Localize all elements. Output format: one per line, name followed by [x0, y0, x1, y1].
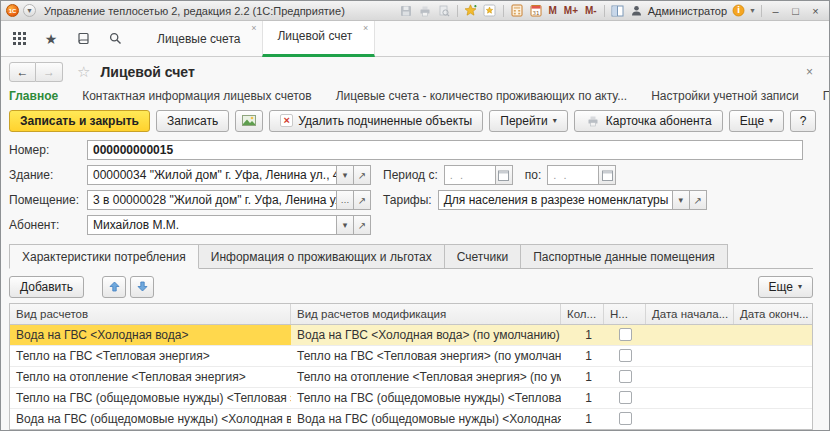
calendar-icon[interactable]: 31	[528, 3, 544, 18]
cell-date-end[interactable]	[734, 388, 812, 408]
number-input[interactable]: 000000000015	[87, 140, 803, 160]
close-tab-icon[interactable]: ×	[251, 24, 256, 33]
flag-checkbox[interactable]	[619, 412, 632, 425]
tariffs-open-icon[interactable]: ↗	[690, 190, 707, 210]
grid-more-button[interactable]: Еще▾	[758, 276, 813, 298]
room-open-icon[interactable]: ↗	[354, 190, 371, 210]
cell-mod[interactable]: Тепло на ГВС <Тепловая энергия> (по умол…	[291, 346, 561, 366]
table-row[interactable]: Вода на ГВС <Холодная вода> Вода на ГВС …	[10, 325, 812, 346]
help-button[interactable]: ?	[790, 110, 816, 132]
info-icon[interactable]: i	[730, 3, 746, 18]
period-to-input[interactable]: . .	[547, 165, 599, 185]
calculator-icon[interactable]	[509, 3, 525, 18]
cell-date-start[interactable]	[646, 325, 734, 345]
tariffs-input[interactable]: Для населения в разрезе номенклатуры	[438, 190, 673, 210]
tab-account[interactable]: Лицевой счет ×	[262, 21, 375, 57]
cell-mod[interactable]: Тепло на отопление <Тепловая энергия> (п…	[291, 367, 561, 387]
nav-link-account-settings[interactable]: Настройки учетной записи	[651, 89, 799, 103]
close-form-icon[interactable]: ×	[806, 65, 813, 79]
save-and-close-button[interactable]: Записать и закрыть	[9, 110, 150, 132]
building-open-icon[interactable]: ↗	[354, 165, 371, 185]
add-favorite-star-icon[interactable]	[463, 3, 479, 18]
col-calc-type[interactable]: Вид расчетов	[10, 304, 291, 324]
table-row[interactable]: Вода на ГВС (общедомовые нужды) <Холодна…	[10, 409, 812, 430]
move-up-button[interactable]	[102, 276, 126, 298]
cell-count[interactable]: 1	[561, 388, 604, 408]
back-button[interactable]: ←	[9, 62, 36, 82]
tab-meters[interactable]: Счетчики	[444, 244, 521, 268]
goto-button[interactable]: Перейти▾	[489, 110, 568, 132]
tab-passport[interactable]: Паспортные данные помещения	[520, 244, 728, 268]
nav-link-contact-info[interactable]: Контактная информация лицевых счетов	[82, 89, 311, 103]
cell-date-start[interactable]	[646, 367, 734, 387]
save-button[interactable]: Записать	[156, 110, 229, 132]
add-row-button[interactable]: Добавить	[9, 276, 84, 298]
abonent-card-button[interactable]: Карточка абонента	[574, 110, 723, 132]
cell-flag[interactable]	[604, 388, 646, 408]
table-row[interactable]: Тепло на ГВС <Тепловая энергия> Тепло на…	[10, 346, 812, 367]
abonent-open-icon[interactable]: ↗	[354, 215, 371, 235]
cell-flag[interactable]	[604, 367, 646, 387]
close-tab-icon[interactable]: ×	[363, 24, 368, 33]
current-user[interactable]: Администратор	[629, 3, 727, 18]
room-choose-icon[interactable]: …	[337, 190, 354, 210]
cell-count[interactable]: 1	[561, 346, 604, 366]
nav-link-residents-by-act[interactable]: Лицевые счета - количество проживающих п…	[336, 89, 628, 103]
flag-checkbox[interactable]	[619, 391, 632, 404]
abonent-dropdown-icon[interactable]: ▾	[337, 215, 354, 235]
calendar-icon[interactable]	[496, 165, 513, 185]
1c-logo-icon[interactable]: 1С	[6, 4, 19, 17]
cell-mod[interactable]: Тепло на ГВС (общедомовые нужды) <Теплов…	[291, 388, 561, 408]
move-down-button[interactable]	[130, 276, 154, 298]
cell-count[interactable]: 1	[561, 367, 604, 387]
cell-date-end[interactable]	[734, 367, 812, 387]
more-button[interactable]: Еще▾	[729, 110, 784, 132]
tab-residents[interactable]: Информация о проживающих и льготах	[198, 244, 445, 268]
minimize-button[interactable]: –	[767, 3, 784, 18]
cell-flag[interactable]	[604, 346, 646, 366]
favorite-star-icon[interactable]: ☆	[77, 63, 90, 81]
close-window-button[interactable]: ×	[807, 3, 824, 18]
tab-accounts-list[interactable]: Лицевые счета ×	[143, 21, 262, 56]
room-input[interactable]: 3 в 00000028 "Жилой дом" г. Уфа, Ленина …	[87, 190, 337, 210]
favorites-box-icon[interactable]	[482, 3, 498, 18]
tariffs-dropdown-icon[interactable]: ▾	[673, 190, 690, 210]
col-count[interactable]: Кол...	[561, 304, 604, 324]
building-input[interactable]: 00000034 "Жилой дом" г. Уфа, Ленина ул.,…	[87, 165, 337, 185]
cell-calc[interactable]: Тепло на отопление <Тепловая энергия>	[10, 367, 291, 387]
cell-date-end[interactable]	[734, 346, 812, 366]
period-from-input[interactable]: . .	[444, 165, 496, 185]
print-icon[interactable]	[417, 3, 433, 18]
col-flag[interactable]: Н...	[604, 304, 646, 324]
cell-flag[interactable]	[604, 409, 646, 429]
cell-date-start[interactable]	[646, 388, 734, 408]
cell-date-end[interactable]	[734, 325, 812, 345]
cell-count[interactable]: 1	[561, 409, 604, 429]
col-calc-modification[interactable]: Вид расчетов модификация	[291, 304, 561, 324]
flag-checkbox[interactable]	[619, 370, 632, 383]
search-icon[interactable]	[107, 31, 123, 47]
system-menu-button[interactable]: ▼	[23, 4, 36, 17]
memory-m-minus-button[interactable]: M-	[583, 5, 599, 16]
flag-checkbox[interactable]	[619, 328, 632, 341]
col-date-end[interactable]: Дата оконч...	[734, 304, 812, 324]
print-preview-icon[interactable]	[436, 3, 452, 18]
favorites-icon[interactable]: ★	[43, 31, 59, 47]
split-window-icon[interactable]	[610, 3, 626, 18]
cell-calc[interactable]: Вода на ГВС (общедомовые нужды) <Холодна…	[10, 409, 291, 429]
building-dropdown-icon[interactable]: ▾	[337, 165, 354, 185]
cell-date-start[interactable]	[646, 409, 734, 429]
delete-subordinate-button[interactable]: ×Удалить подчиненные объекты	[269, 110, 483, 132]
cell-calc[interactable]: Вода на ГВС <Холодная вода>	[10, 325, 291, 345]
info-dropdown-icon[interactable]: ▼	[749, 7, 756, 14]
cell-flag[interactable]	[604, 325, 646, 345]
cell-calc[interactable]: Тепло на ГВС <Тепловая энергия>	[10, 346, 291, 366]
abonent-input[interactable]: Михайлов М.М.	[87, 215, 337, 235]
save-icon[interactable]	[398, 3, 414, 18]
cell-mod[interactable]: Вода на ГВС <Холодная вода> (по умолчани…	[291, 325, 561, 345]
history-icon[interactable]	[75, 31, 91, 47]
nav-link-attached-files[interactable]: Присоединенные файлы	[823, 89, 829, 103]
cell-date-start[interactable]	[646, 346, 734, 366]
main-menu-icon[interactable]	[11, 31, 27, 47]
calendar-icon[interactable]	[599, 165, 616, 185]
